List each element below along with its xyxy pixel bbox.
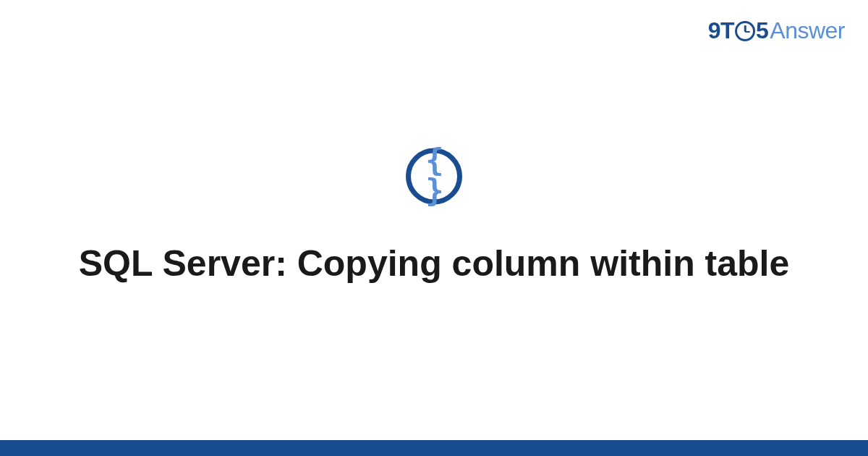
logo-text-answer: Answer [770,17,845,44]
site-logo: 9T 5 Answer [708,17,845,44]
braces-symbol: { } [411,145,457,206]
main-content: { } SQL Server: Copying column within ta… [0,148,868,287]
clock-icon [735,21,755,41]
page-title: SQL Server: Copying column within table [0,241,868,287]
footer-bar [0,440,868,456]
code-braces-icon: { } [406,148,462,205]
logo-text-9t: 9T [708,17,734,44]
logo-text-5: 5 [756,17,768,44]
